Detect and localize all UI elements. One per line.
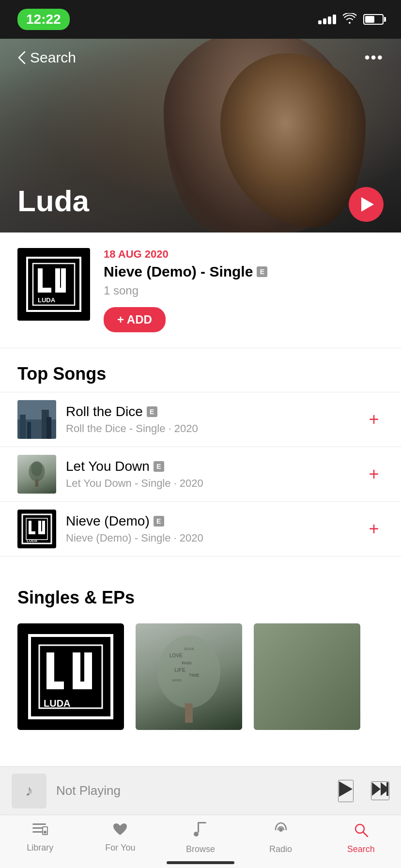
svg-rect-54: [198, 822, 199, 833]
featured-title: Nieve (Demo) - Single E: [104, 264, 384, 280]
album-tree-art: LOVE PAIN LIFE TIME MIND SOUL: [145, 628, 232, 725]
tab-search-label: Search: [347, 844, 375, 854]
tree-art: [25, 460, 49, 489]
song-thumb-3: LUDA: [17, 510, 56, 548]
album-cover-2: LOVE PAIN LIFE TIME MIND SOUL: [136, 623, 242, 730]
add-button[interactable]: + ADD: [104, 307, 166, 332]
explicit-1: E: [147, 406, 157, 417]
featured-single-section: LUDA 18 AUG 2020 Nieve (Demo) - Single E…: [0, 232, 401, 348]
tab-search[interactable]: Search: [321, 822, 401, 854]
tab-foryou[interactable]: For You: [80, 822, 161, 853]
svg-text:MIND: MIND: [172, 678, 182, 682]
now-playing-art: ♪: [12, 774, 46, 808]
album-cover-1: LUDA: [17, 623, 124, 730]
svg-rect-31: [46, 682, 64, 689]
svg-text:LOVE: LOVE: [170, 653, 183, 658]
album-card-2[interactable]: LOVE PAIN LIFE TIME MIND SOUL: [136, 623, 242, 730]
artist-name: Luda: [17, 184, 89, 218]
song-item-1: Roll the Dice E Roll the Dice - Single ·…: [0, 392, 401, 447]
now-playing-bar: ♪ Not Playing: [0, 766, 401, 815]
signal-icon: [318, 15, 336, 24]
status-time: 12:22: [17, 9, 70, 30]
song-item-2: Let You Down E Let You Down - Single · 2…: [0, 447, 401, 501]
album-card-3[interactable]: [254, 623, 360, 730]
svg-point-53: [44, 831, 46, 834]
svg-rect-14: [46, 417, 51, 439]
svg-text:LUDA: LUDA: [27, 539, 37, 543]
svg-rect-0: [22, 253, 85, 316]
song-info-2: Let You Down E Let You Down - Single · 2…: [66, 459, 355, 490]
svg-text:LUDA: LUDA: [38, 296, 56, 304]
tab-bar: Library For You Browse: [0, 815, 401, 868]
tab-browse[interactable]: Browse: [160, 822, 241, 854]
tab-browse-label: Browse: [186, 844, 215, 854]
song-info-3: Nieve (Demo) E Nieve (Demo) - Single · 2…: [66, 513, 355, 544]
hero-play-button[interactable]: [349, 187, 384, 222]
add-song-button-2[interactable]: +: [364, 465, 384, 483]
svg-rect-47: [386, 782, 388, 796]
more-button[interactable]: •••: [364, 48, 384, 66]
skip-icon: [372, 782, 388, 796]
svg-rect-4: [38, 288, 51, 293]
add-song-button-1[interactable]: +: [364, 411, 384, 428]
explicit-2: E: [154, 461, 164, 472]
svg-point-17: [31, 462, 42, 476]
tab-library[interactable]: Library: [0, 822, 80, 853]
luda-logo-art: LUDA: [22, 253, 85, 316]
status-bar: 12:22: [0, 0, 401, 39]
album-card-1[interactable]: LUDA: [17, 623, 124, 730]
svg-text:PAIN: PAIN: [182, 661, 191, 666]
svg-rect-22: [29, 531, 35, 534]
now-playing-skip-button[interactable]: [371, 781, 389, 800]
explicit-3: E: [154, 516, 164, 527]
featured-date: 18 AUG 2020: [104, 248, 384, 261]
tab-radio-label: Radio: [269, 844, 292, 854]
featured-title-text: Nieve (Demo) - Single: [104, 264, 253, 280]
song-sub-1: Roll the Dice - Single · 2020: [66, 422, 355, 435]
wifi-icon: [343, 12, 356, 27]
radio-icon: [273, 822, 289, 841]
svg-rect-55: [198, 822, 206, 823]
tab-foryou-label: For You: [105, 843, 135, 853]
song-thumb-1: [17, 400, 56, 439]
song-sub-3: Nieve (Demo) - Single · 2020: [66, 532, 355, 544]
song-name-1: Roll the Dice E: [66, 404, 355, 419]
hero-section: Search ••• Luda: [0, 39, 401, 232]
home-indicator: [167, 861, 234, 864]
tab-radio[interactable]: Radio: [241, 822, 321, 854]
note-icon: [194, 822, 207, 841]
singles-eps-heading: Singles & EPs: [0, 572, 401, 616]
svg-line-59: [363, 832, 368, 837]
dice-art: [17, 400, 56, 439]
svg-rect-27: [22, 628, 119, 725]
svg-rect-48: [32, 823, 46, 825]
song-name-2: Let You Down E: [66, 459, 355, 474]
song-thumb-2: [17, 455, 56, 494]
featured-album-art: LUDA: [17, 248, 90, 321]
album-luda-art: LUDA: [22, 628, 119, 725]
now-playing-play-button[interactable]: [338, 780, 354, 802]
song-info-1: Roll the Dice E Roll the Dice - Single ·…: [66, 404, 355, 435]
hero-nav: Search •••: [0, 39, 401, 76]
svg-text:LIFE: LIFE: [174, 667, 185, 673]
add-button-label: + ADD: [117, 313, 152, 326]
back-button[interactable]: Search: [17, 49, 76, 66]
svg-rect-16: [35, 480, 39, 487]
tab-library-label: Library: [27, 843, 53, 853]
svg-rect-11: [20, 415, 26, 439]
now-playing-title: Not Playing: [56, 783, 328, 798]
svg-point-57: [279, 828, 283, 832]
svg-text:SOUL: SOUL: [184, 647, 195, 651]
svg-marker-44: [339, 781, 353, 797]
svg-rect-37: [185, 703, 193, 723]
featured-song-count: 1 song: [104, 284, 384, 297]
status-icons: [318, 12, 384, 27]
back-label: Search: [30, 49, 76, 66]
top-songs-heading: Top Songs: [0, 348, 401, 392]
svg-marker-45: [372, 782, 381, 796]
top-songs-list: Roll the Dice E Roll the Dice - Single ·…: [0, 392, 401, 556]
albums-row: LUDA LOVE PAIN LIFE TIME MIND: [0, 616, 401, 738]
svg-point-56: [194, 832, 199, 837]
music-note-icon: ♪: [25, 782, 33, 800]
add-song-button-3[interactable]: +: [364, 520, 384, 538]
